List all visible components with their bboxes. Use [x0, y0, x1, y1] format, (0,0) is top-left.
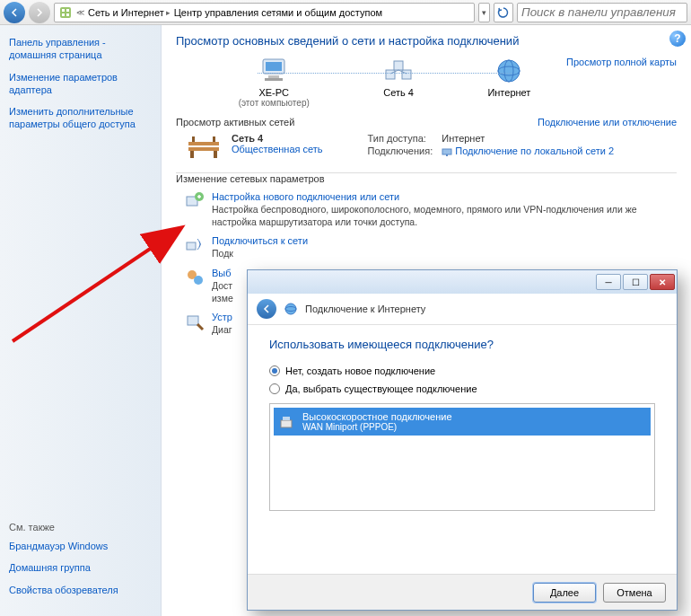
connection-list: Высокоскоростное подключение WAN Minipor…	[269, 403, 655, 511]
svg-rect-3	[62, 13, 65, 16]
homegroup-icon	[185, 268, 205, 287]
sidebar-link-sharing[interactable]: Изменить дополнительные параметры общего…	[9, 105, 152, 131]
dialog-question: Использовать имеющееся подключение?	[269, 338, 655, 351]
svg-rect-30	[188, 316, 198, 325]
list-item-sub: WAN Miniport (PPPOE)	[302, 422, 452, 432]
list-item-name: Высокоскоростное подключение	[302, 411, 452, 422]
svg-point-32	[285, 304, 296, 314]
dialog-back-button[interactable]	[257, 299, 276, 319]
sidebar-link-firewall[interactable]: Брандмауэр Windows	[9, 540, 152, 552]
network-icon	[380, 57, 416, 85]
connect-network-link[interactable]: Подключиться к сети	[212, 235, 308, 246]
active-network-name: Сеть 4	[232, 133, 323, 144]
svg-rect-17	[188, 142, 219, 145]
globe-icon	[491, 57, 527, 85]
sidebar: Панель управления - домашняя страница Из…	[0, 25, 162, 616]
chevron-right-icon: ≪	[76, 8, 84, 17]
minimize-button[interactable]: ─	[596, 274, 621, 290]
refresh-button[interactable]	[494, 3, 513, 22]
new-connection-desc: Настройка беспроводного, широкополосного…	[212, 204, 643, 228]
control-panel-icon	[58, 5, 73, 20]
change-settings-label: Изменение сетевых параметров	[176, 172, 677, 184]
node-net-name: Сеть 4	[380, 87, 416, 98]
svg-rect-21	[192, 136, 195, 142]
svg-rect-20	[214, 151, 217, 158]
svg-rect-22	[213, 136, 215, 142]
close-button[interactable]: ✕	[650, 274, 675, 290]
svg-rect-4	[66, 13, 69, 16]
bench-icon	[185, 133, 223, 160]
svg-rect-34	[281, 420, 292, 427]
wizard-dialog: ─ ☐ ✕ Подключение к Интернету Использова…	[247, 269, 678, 611]
svg-rect-8	[265, 78, 283, 81]
node-internet-name: Интернет	[487, 87, 530, 98]
computer-icon	[256, 57, 292, 85]
svg-rect-10	[402, 70, 411, 79]
connection-link[interactable]: Подключение по локальной сети 2	[442, 145, 614, 157]
cancel-button[interactable]: Отмена	[603, 583, 666, 603]
svg-rect-11	[394, 61, 403, 70]
svg-rect-27	[187, 242, 196, 250]
access-type-value: Интернет	[442, 133, 614, 144]
nav-forward-button	[29, 2, 50, 23]
breadcrumb[interactable]: ≪ Сеть и Интернет▸ Центр управления сетя…	[54, 3, 475, 22]
radio-new-connection[interactable]: Нет, создать новое подключение	[269, 365, 655, 376]
active-networks-label: Просмотр активных сетей	[176, 117, 294, 128]
svg-rect-19	[190, 151, 194, 158]
breadcrumb-segment-2[interactable]: Центр управления сетями и общим доступом	[174, 7, 382, 18]
globe-small-icon	[284, 302, 298, 316]
node-pc-sub: (этот компьютер)	[239, 98, 310, 108]
dialog-title: Подключение к Интернету	[305, 304, 425, 314]
breadcrumb-segment-1[interactable]: Сеть и Интернет▸	[88, 7, 171, 18]
search-input[interactable]	[517, 3, 687, 22]
lan-icon	[442, 146, 452, 157]
option-4-desc: Диаг	[212, 324, 232, 337]
node-pc-name: XE-PC	[239, 87, 310, 98]
new-connection-link[interactable]: Настройка нового подключения или сети	[212, 191, 643, 202]
option-3-desc: Дост изме	[212, 280, 233, 304]
list-item-pppoe[interactable]: Высокоскоростное подключение WAN Minipor…	[274, 408, 651, 436]
sidebar-link-internet-options[interactable]: Свойства обозревателя	[9, 584, 152, 596]
connect-network-icon	[185, 235, 205, 255]
connect-disconnect-link[interactable]: Подключение или отключение	[538, 117, 677, 128]
option-4-link[interactable]: Устр	[212, 312, 232, 322]
active-network-type-link[interactable]: Общественная сеть	[232, 144, 323, 154]
svg-rect-2	[66, 9, 69, 12]
connections-label: Подключения:	[368, 145, 433, 157]
new-connection-icon	[185, 191, 205, 211]
see-also-label: См. также	[9, 522, 152, 532]
svg-rect-0	[60, 7, 71, 18]
svg-rect-18	[188, 147, 219, 151]
svg-rect-35	[283, 417, 290, 420]
full-map-link[interactable]: Просмотр полной карты	[566, 57, 677, 67]
modem-icon	[279, 413, 297, 431]
help-icon[interactable]: ?	[669, 31, 686, 47]
chevron-down-icon[interactable]: ▾	[482, 8, 486, 17]
sidebar-link-homegroup[interactable]: Домашняя группа	[9, 561, 152, 574]
connect-network-desc: Подк	[212, 248, 308, 260]
svg-rect-9	[386, 70, 395, 79]
sidebar-link-adapter[interactable]: Изменение параметров адаптера	[9, 71, 152, 97]
network-map: XE-PC (этот компьютер) Сеть 4 Интернет	[203, 57, 566, 108]
next-button[interactable]: Далее	[533, 583, 596, 603]
radio-existing-connection[interactable]: Да, выбрать существующее подключение	[269, 383, 655, 394]
svg-rect-6	[266, 62, 282, 71]
nav-back-button[interactable]	[4, 2, 25, 23]
sidebar-link-home[interactable]: Панель управления - домашняя страница	[9, 36, 152, 62]
maximize-button[interactable]: ☐	[623, 274, 648, 290]
svg-rect-7	[268, 75, 279, 78]
page-title: Просмотр основных сведений о сети и наст…	[176, 34, 677, 48]
svg-rect-1	[62, 9, 65, 12]
svg-rect-24	[446, 154, 448, 156]
troubleshoot-icon	[185, 312, 205, 331]
svg-rect-23	[442, 149, 451, 154]
svg-point-14	[498, 60, 520, 82]
svg-point-29	[194, 276, 203, 285]
option-3-link[interactable]: Выб	[212, 268, 233, 278]
access-type-label: Тип доступа:	[368, 133, 433, 144]
